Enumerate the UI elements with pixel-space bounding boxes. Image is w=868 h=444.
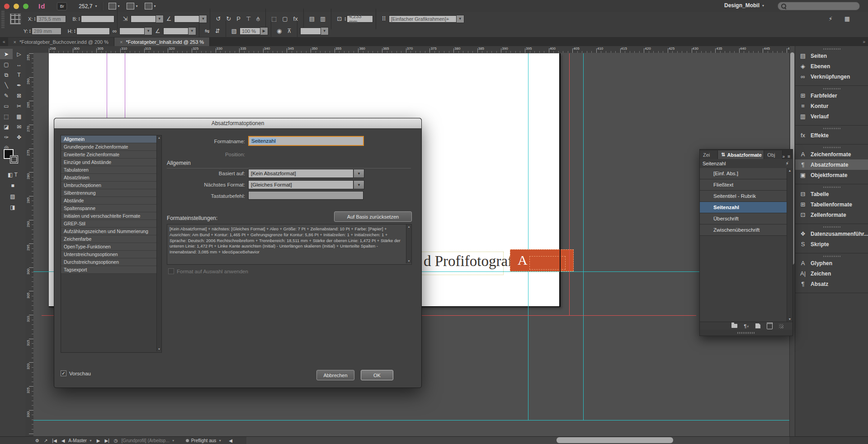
dock-group-grip[interactable] [795,254,868,258]
constrain-proportions-icon[interactable]: ∞ [113,28,117,34]
delete-style-icon[interactable] [767,322,773,329]
opacity-arrow[interactable]: ▶ [260,27,268,35]
shear-dropdown[interactable]: ▼ [189,27,196,35]
horizontal-scrollbar-thumb[interactable] [557,437,673,443]
dropdown-arrow-icon[interactable]: ▼ [354,169,364,178]
section-list-scrollbar[interactable]: ▲ ▼ [156,136,161,351]
scale-x-dropdown[interactable]: ▼ [156,15,164,23]
dock-item-farbfelder[interactable]: ⊞Farbfelder [795,90,868,101]
reset-to-base-button[interactable]: Auf Basis zurücksetzen [334,211,412,222]
dialog-section-item[interactable]: Grundlegende Zeichenformate [61,143,156,151]
page-number-marker-frame[interactable]: A [510,249,574,271]
dock-item-absatz[interactable]: ¶Absatz [795,279,868,289]
dialog-section-item[interactable]: Zeichenfarbe [61,235,156,243]
dock-item-seiten[interactable]: ▤Seiten [795,51,868,61]
rotate-ccw-icon[interactable]: ↺ [216,15,221,22]
y-field[interactable]: 289 mm [32,28,61,35]
preflight-options-icon[interactable]: ⚙ [35,438,39,443]
dialog-section-item[interactable]: Aufzählungszeichen und Nummerierung [61,228,156,235]
apply-color-button[interactable]: ■ [0,182,25,189]
dialog-title-bar[interactable]: Absatzformatoptionen [54,118,421,128]
preflight-status[interactable]: Preflight aus ▼ [186,438,222,443]
vertical-ruler[interactable]: 2552602652702752802852902953003053103153… [25,53,34,436]
text-frame[interactable]: d Profifotografen. [421,252,504,275]
ruler-corner[interactable] [25,46,34,53]
tab-object-styles[interactable]: Obj [764,150,782,159]
dialog-section-item[interactable]: GREP-Stil [61,220,156,228]
dock-group-grip[interactable] [795,47,868,51]
dock-group-grip[interactable] [795,145,868,149]
dropdown-arrow-icon[interactable]: ▼ [354,180,364,189]
arrange-documents-dropdown[interactable]: ▾ [145,3,156,9]
document-tab[interactable]: ×*Fotoratgeber_Buchcover.indd @ 200 % [8,37,115,46]
selection-tool[interactable]: ➤ [0,49,13,59]
scroll-left-icon[interactable]: ◀ [229,438,232,443]
dock-group-grip[interactable] [795,126,868,130]
direct-selection-tool[interactable]: ▷ [13,49,25,59]
dock-item-tabellenformate[interactable]: ⊞Tabellenformate [795,199,868,210]
stroke-type-dropdown[interactable] [300,28,321,35]
rectangle-frame-tool[interactable]: ⊠ [13,90,25,101]
rotation-dropdown[interactable]: ▼ [199,15,207,23]
quick-apply-icon[interactable]: ⚡ [829,15,833,22]
formatting-affects-text-icon[interactable]: T [14,172,18,178]
dock-item-verkn-pfungen[interactable]: ∞Verknüpfungen [795,71,868,82]
styles-scrollbar[interactable]: ▲ ▼ [787,168,793,322]
scissors-tool[interactable]: ✂ [13,101,25,111]
dock-item-zeichen[interactable]: A|Zeichen [795,268,868,279]
pen-tool[interactable]: ✒ [13,80,25,90]
y-stepper[interactable]: ▴▾ [29,29,31,33]
content-collector-tool[interactable]: ⧉ [0,70,13,80]
object-style-arrow[interactable]: ▼ [457,15,464,23]
screen-mode-button[interactable]: ◨ [0,204,25,210]
corner-stepper[interactable]: ▴▾ [344,17,346,21]
scale-x-field[interactable] [131,15,156,23]
tab-close-icon[interactable]: × [14,39,16,45]
dock-item-absatzformate[interactable]: ¶Absatzformate [795,159,868,170]
ruler-guide-vertical[interactable] [528,53,528,420]
preview-checkbox[interactable]: ✓ Vorschau [61,370,91,376]
document-tab[interactable]: ×*Fotoratgeber_Inhalt.indd @ 253 % [114,37,210,46]
bridge-button[interactable]: Br [57,2,67,10]
based-on-dropdown[interactable]: [Kein Absatzformat] ▼ [248,169,364,178]
width-stepper[interactable]: ▴▾ [79,17,80,21]
tab-paragraph-styles[interactable]: ⇅ Absatzformate [718,150,764,159]
tab-overflow-right-icon[interactable]: » [860,39,868,44]
dialog-section-item[interactable]: Erweiterte Zeichenformate [61,151,156,159]
wrap-top-icon[interactable]: ◉ [277,28,282,34]
rotate-cw-icon[interactable]: ↻ [226,15,231,22]
opacity-field[interactable]: 100 % [240,28,260,35]
dock-item-verlauf[interactable]: ▥Verlauf [795,111,868,122]
dock-group-grip[interactable] [795,225,868,229]
gradient-tool[interactable]: ▩ [13,111,25,122]
scroll-down-icon[interactable]: ▼ [158,348,160,351]
dialog-section-item[interactable]: Tabulatoren [61,166,156,174]
last-page-icon[interactable]: ▶| [105,438,109,443]
dialog-section-item[interactable]: Einzüge und Abstände [61,159,156,166]
window-minimize-button[interactable] [14,4,19,9]
ruler-guide-horizontal[interactable] [33,420,789,421]
formatting-affects-container-icon[interactable]: ◧ [8,172,13,178]
x-field[interactable]: 375,5 mm [36,15,66,23]
formatting-buttons[interactable]: ◧ T [0,172,25,178]
format-name-input[interactable]: Seitenzahl [248,136,364,146]
scale-y-dropdown[interactable]: ▼ [145,27,152,35]
hand-tool[interactable]: ✥ [13,132,25,142]
dock-item-kontur[interactable]: ≡Kontur [795,101,868,111]
style-list-item[interactable]: Seitenzahl [700,202,787,213]
style-list-item[interactable]: Überschrift [700,213,787,224]
workspace-switcher[interactable]: Design_Mobil ▾ [724,2,764,9]
line-tool[interactable]: ╲ [0,80,13,90]
scroll-down-icon[interactable]: ▼ [788,318,792,321]
dock-group-grip[interactable] [795,87,868,90]
page-tool[interactable]: ▢ [0,59,13,70]
dock-item-skripte[interactable]: SSkripte [795,239,868,249]
tab-overflow-left-icon[interactable]: « [0,39,8,44]
new-style-group-icon[interactable] [731,324,737,328]
height-stepper[interactable]: ▴▾ [74,29,75,33]
page-select-dropdown[interactable]: A-Master ▼ [68,438,92,443]
zoom-level-dropdown[interactable]: 252,7 ▾ [79,3,97,9]
scroll-up-icon[interactable]: ▲ [788,169,792,172]
panel-drag-grip[interactable] [700,330,793,336]
preflight-profile-dropdown[interactable]: [Grundprofil] (Arbeitsp... ▼ [122,438,175,443]
